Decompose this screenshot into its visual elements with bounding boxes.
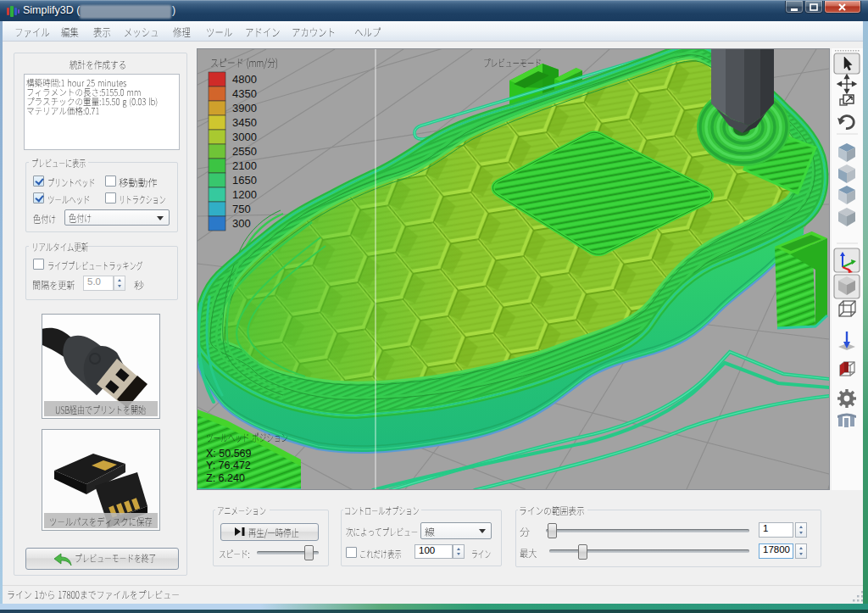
svg-text:1200: 1200 (232, 188, 257, 201)
svg-text:Z: 6.240: Z: 6.240 (206, 472, 245, 484)
svg-text:2550: 2550 (232, 145, 257, 158)
svg-text:3900: 3900 (232, 102, 257, 114)
svg-text:3450: 3450 (232, 116, 257, 129)
svg-text:3000: 3000 (232, 131, 257, 143)
svg-text:300: 300 (232, 217, 251, 230)
svg-text:750: 750 (232, 203, 251, 215)
svg-text:X: 50.569: X: 50.569 (206, 448, 252, 460)
svg-text:4350: 4350 (232, 87, 257, 100)
svg-text:4800: 4800 (232, 73, 257, 86)
svg-text:Y: 76.472: Y: 76.472 (206, 460, 251, 471)
svg-text:2100: 2100 (232, 159, 257, 172)
svg-text:1650: 1650 (232, 174, 257, 187)
